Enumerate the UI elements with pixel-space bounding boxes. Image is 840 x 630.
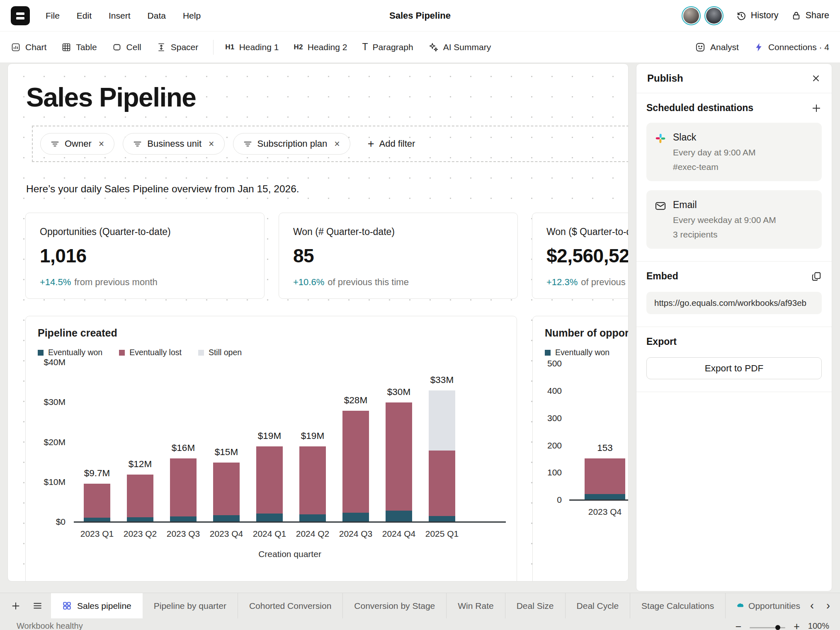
equals-logo-icon	[11, 6, 30, 25]
add-destination-icon[interactable]	[811, 103, 822, 114]
tab-opportunities[interactable]: Opportunities	[726, 593, 800, 618]
y-axis: 0100200300400500	[544, 363, 566, 500]
bar-group[interactable]: $19M2024 Q2	[291, 363, 334, 522]
filter-chip-owner[interactable]: Owner ×	[40, 133, 114, 155]
destination-slack[interactable]: Slack Every day at 9:00 AM #exec-team	[646, 123, 822, 181]
filter-lines-icon	[133, 140, 142, 148]
tool-heading2[interactable]: H2 Heading 2	[294, 42, 347, 52]
tab-deal-cycle[interactable]: Deal Cycle	[566, 593, 631, 618]
y-tick-label: 500	[547, 359, 562, 368]
bar-group[interactable]: $30M2024 Q4	[377, 363, 420, 522]
chart-legend: Eventually won Eventually lost Still ope…	[38, 348, 242, 357]
tool-table[interactable]: Table	[61, 42, 97, 52]
remove-filter-icon[interactable]: ×	[334, 139, 340, 149]
zoom-out-button[interactable]: −	[736, 623, 742, 630]
connections-button[interactable]: Connections · 4	[754, 42, 829, 52]
bars: 1532023 Q4	[573, 363, 629, 500]
menu-data[interactable]: Data	[148, 11, 166, 21]
destination-schedule: Every weekday at 9:00 AM	[673, 215, 776, 225]
bar-group[interactable]: $16M2023 Q3	[162, 363, 205, 522]
tab-pipeline-by-quarter[interactable]: Pipeline by quarter	[143, 593, 238, 618]
tab-label: Deal Cycle	[577, 601, 619, 611]
remove-filter-icon[interactable]: ×	[209, 139, 214, 149]
kpi-card-opportunities[interactable]: Opportunities (Quarter-to-date) 1,016 +1…	[25, 213, 265, 299]
summary-text[interactable]: Here’s your daily Sales Pipeline overvie…	[26, 183, 299, 195]
export-to-pdf-button[interactable]: Export to PDF	[646, 357, 822, 379]
add-filter-button[interactable]: + Add filter	[368, 138, 415, 150]
bar-stack	[256, 446, 283, 522]
tab-stage-calculations[interactable]: Stage Calculations	[630, 593, 726, 618]
equals-logo[interactable]	[11, 6, 30, 25]
tool-paragraph[interactable]: T Paragraph	[362, 41, 413, 53]
destination-email[interactable]: Email Every weekday at 9:00 AM 3 recipie…	[646, 190, 822, 249]
remove-filter-icon[interactable]: ×	[99, 139, 104, 149]
filter-chip-business-unit[interactable]: Business unit ×	[123, 133, 224, 155]
h2-icon: H2	[294, 43, 303, 51]
tab-label: Stage Calculations	[641, 601, 714, 611]
tool-ai-summary[interactable]: AI Summary	[428, 42, 491, 52]
tab-win-rate[interactable]: Win Rate	[447, 593, 505, 618]
add-sheet-icon[interactable]	[11, 601, 21, 611]
chevron-left-icon[interactable]: ‹	[810, 599, 814, 612]
chart-card-pipeline-created[interactable]: Pipeline created Eventually won Eventual…	[25, 316, 517, 582]
destination-name: Slack	[673, 132, 756, 143]
menu-insert[interactable]: Insert	[109, 11, 131, 21]
bar-stack	[170, 458, 197, 522]
zoom-slider-knob[interactable]	[775, 625, 780, 630]
y-tick-label: $0	[56, 517, 66, 527]
tab-sales-pipeline[interactable]: Sales pipeline	[51, 593, 143, 618]
bar-group[interactable]: 1532023 Q4	[573, 363, 629, 500]
page-title[interactable]: Sales Pipeline	[26, 82, 196, 113]
y-tick-label: 200	[547, 441, 562, 451]
menu-help[interactable]: Help	[183, 11, 201, 21]
y-tick-label: $20M	[44, 437, 66, 447]
chevron-right-icon[interactable]: ›	[826, 599, 830, 612]
chart-card-number-of-opportunities[interactable]: Number of opportunities Eventually won 0…	[532, 316, 629, 582]
dashboard-canvas[interactable]: Sales Pipeline Owner × Business unit ×	[7, 63, 629, 582]
tab-deal-size[interactable]: Deal Size	[505, 593, 566, 618]
history-button[interactable]: History	[736, 10, 779, 21]
filter-lines-icon	[51, 140, 59, 148]
kpi-delta-note: of previous this time	[328, 277, 409, 287]
chart-plot: $0$10M$20M$30M$40M $9.7M2023 Q1$12M2023 …	[37, 363, 510, 522]
zoom-in-button[interactable]: +	[794, 623, 800, 630]
bar-group[interactable]: $19M2024 Q1	[248, 363, 291, 522]
destination-name: Email	[673, 199, 776, 211]
share-button[interactable]: Share	[791, 10, 829, 21]
copy-icon[interactable]	[811, 271, 822, 282]
chart-title: Number of opportunities	[545, 327, 629, 339]
analyst-button[interactable]: Analyst	[695, 42, 739, 53]
publish-panel-title: Publish	[647, 73, 811, 84]
y-tick-label: $10M	[44, 477, 66, 487]
filter-chip-subscription-plan[interactable]: Subscription plan ×	[233, 133, 350, 155]
close-icon[interactable]	[811, 73, 821, 83]
embed-url-field[interactable]: https://go.equals.com/workbooks/af93eb	[646, 292, 822, 314]
avatar[interactable]	[682, 6, 701, 25]
embed-heading: Embed	[646, 271, 811, 282]
x-axis-title: Creation quarter	[75, 549, 504, 559]
tab-conversion-by-stage[interactable]: Conversion by Stage	[343, 593, 447, 618]
bar-group[interactable]: $33M2025 Q1	[420, 363, 464, 522]
zoom-level: 100%	[808, 621, 829, 630]
tool-spacer[interactable]: Spacer	[156, 42, 199, 52]
legend-label: Still open	[209, 348, 242, 357]
menu-file[interactable]: File	[46, 11, 60, 21]
menu-edit[interactable]: Edit	[77, 11, 92, 21]
zoom-slider[interactable]	[750, 627, 785, 628]
kpi-label: Opportunities (Quarter-to-date)	[40, 226, 250, 237]
chart-legend: Eventually won	[545, 348, 609, 357]
analyst-label: Analyst	[710, 42, 739, 52]
tab-cohorted-conversion[interactable]: Cohorted Conversion	[238, 593, 343, 618]
sheet-list-icon[interactable]	[32, 601, 43, 611]
kpi-card-won-dollars[interactable]: Won ($ Quarter-to-date) $2,560,520 +12.3…	[532, 213, 629, 299]
y-tick-label: 100	[547, 468, 562, 477]
avatar[interactable]	[704, 6, 723, 25]
tool-chart[interactable]: Chart	[11, 42, 46, 52]
bar-group[interactable]: $15M2023 Q4	[205, 363, 248, 522]
menu-bar: File Edit Insert Data Help Sales Pipelin…	[0, 0, 840, 31]
kpi-card-won-count[interactable]: Won (# Quarter-to-date) 85 +10.6%of prev…	[279, 213, 518, 299]
bar-group[interactable]: $9.7M2023 Q1	[75, 363, 119, 522]
bar-segment	[170, 458, 197, 516]
tool-heading1[interactable]: H1 Heading 1	[225, 42, 279, 52]
tool-cell[interactable]: Cell	[112, 42, 141, 52]
